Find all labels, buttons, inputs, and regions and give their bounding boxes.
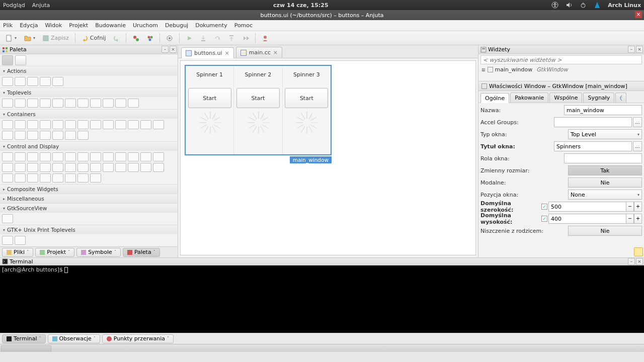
palette-widget[interactable] (65, 120, 76, 129)
prop-defw-check[interactable] (541, 204, 547, 210)
prop-type-combo[interactable]: Top Level▾ (568, 129, 642, 139)
palette-widget[interactable] (15, 77, 26, 86)
prop-defw-input[interactable] (548, 202, 626, 212)
palette-widget[interactable] (115, 120, 126, 129)
palette-widget[interactable] (15, 120, 26, 129)
palette-widget[interactable] (40, 173, 51, 183)
panel-close-icon[interactable]: × (170, 46, 177, 53)
palette-widget[interactable] (27, 77, 38, 86)
widget-page-setup[interactable] (15, 236, 26, 245)
palette-widget[interactable] (77, 99, 89, 108)
palette-widget[interactable] (15, 152, 26, 161)
prop-defh-check[interactable] (541, 216, 547, 222)
props-checkbox[interactable] (481, 83, 487, 89)
palette-widget[interactable] (128, 152, 139, 161)
tab-close-icon[interactable]: × (225, 50, 229, 56)
ptab-general[interactable]: Ogólne (480, 93, 509, 103)
palette-widget[interactable] (128, 163, 139, 172)
volume-icon[interactable] (566, 2, 573, 9)
palette-header[interactable]: Paleta –× (0, 45, 178, 54)
palette-widget[interactable] (52, 99, 63, 108)
palette-widget[interactable] (27, 163, 38, 172)
ptab-a11y[interactable] (615, 93, 626, 103)
prop-position-combo[interactable]: None▾ (568, 190, 642, 200)
menu-help[interactable]: Pomoc (234, 22, 253, 29)
prop-title-input[interactable] (554, 141, 632, 151)
design-button-2[interactable]: Start (236, 88, 280, 108)
palette-widget[interactable] (15, 131, 26, 140)
palette-widget[interactable] (128, 120, 139, 129)
window-titlebar[interactable]: buttons.ui (~/buttons/src) – buttons – A… (0, 10, 644, 20)
prop-modal-toggle[interactable]: Nie (568, 177, 642, 188)
tab-main-cc[interactable]: main.cc× (236, 47, 282, 58)
prop-accel-input[interactable] (554, 117, 632, 127)
palette-widget[interactable] (103, 120, 114, 129)
palette-widget[interactable] (2, 120, 13, 129)
terminal-header[interactable]: Terminal –× (0, 257, 644, 265)
toolbar-undo-button[interactable]: Cofnij (79, 33, 108, 44)
palette-widget[interactable] (27, 131, 38, 140)
palette-widget[interactable] (65, 173, 76, 183)
tab-close-icon[interactable]: × (273, 49, 278, 56)
ptab-common[interactable]: Wspólne (549, 93, 582, 103)
palette-widget[interactable] (65, 163, 76, 172)
palette-widget[interactable] (2, 131, 13, 140)
glade-design-area[interactable]: Spinner 1 Start Spinner 2 Start Spinner … (180, 60, 476, 255)
spin-down-button[interactable]: − (626, 202, 634, 212)
palette-widget[interactable] (52, 152, 63, 161)
design-spinner-2[interactable] (247, 111, 270, 134)
design-spinner-1[interactable] (198, 111, 221, 134)
palette-widget[interactable] (2, 163, 13, 172)
spin-down-button[interactable]: − (626, 214, 634, 224)
tab-buttons-ui[interactable]: buttons.ui× (181, 47, 234, 58)
design-label-2[interactable]: Spinner 2 (245, 66, 272, 83)
toolbar-step-out-button[interactable] (226, 33, 237, 44)
prop-destroy-toggle[interactable]: Nie (568, 226, 642, 236)
palette-widget[interactable] (90, 99, 101, 108)
a11y-icon[interactable] (551, 2, 558, 9)
design-button-3[interactable]: Start (285, 88, 328, 108)
menu-file[interactable]: Plik (3, 22, 13, 29)
palette-widget[interactable] (65, 99, 76, 108)
palette-widget[interactable] (90, 120, 101, 129)
palette-widget[interactable] (153, 120, 164, 129)
panel-min-icon[interactable]: – (628, 258, 635, 265)
menu-run[interactable]: Uruchom (133, 22, 158, 29)
prop-defh-input[interactable] (548, 214, 626, 224)
palette-widget[interactable] (27, 120, 38, 129)
toolbar-run-button[interactable] (184, 33, 195, 44)
palette-widget[interactable] (77, 152, 89, 161)
toolbar-new-button[interactable]: ▾ (3, 33, 19, 44)
btab-watches[interactable]: Obserwacje˄ (48, 334, 100, 343)
palette-widget[interactable] (77, 120, 89, 129)
toolbar-profile-button[interactable] (260, 33, 271, 44)
menu-debug[interactable]: Debuguj (165, 22, 188, 29)
prop-resizable-toggle[interactable]: Tak (568, 165, 642, 175)
toolbar-redo-button[interactable] (111, 33, 122, 44)
palette-widget[interactable] (27, 173, 38, 183)
palette-widget[interactable] (2, 77, 13, 86)
palette-widget[interactable] (52, 163, 63, 172)
palette-widget[interactable] (153, 152, 164, 161)
palette-widget[interactable] (27, 99, 38, 108)
palette-widget[interactable] (140, 152, 151, 161)
palette-widget[interactable] (115, 99, 126, 108)
prop-role-input[interactable] (564, 153, 642, 163)
prop-accel-edit-button[interactable]: … (633, 117, 642, 127)
palette-widget[interactable] (40, 77, 51, 86)
palette-widget[interactable] (115, 152, 126, 161)
widget-tree-row[interactable]: ⊞ main_windowGtkWindow (478, 65, 644, 74)
toolbar-save-button[interactable]: Zapisz (40, 33, 71, 44)
btab-breakpoints[interactable]: Punkty przerwania˄ (102, 334, 174, 343)
design-spinner-3[interactable] (295, 111, 318, 134)
toolbar-continue-button[interactable] (240, 33, 251, 44)
spin-up-button[interactable]: + (634, 214, 642, 224)
panel-close-icon[interactable]: × (636, 258, 643, 265)
palette-widget[interactable] (2, 173, 13, 183)
palette-widget[interactable] (40, 99, 51, 108)
panel-item-anjuta[interactable]: Anjuta (32, 2, 50, 9)
panel-clock[interactable]: czw 14 cze, 15:25 (50, 2, 551, 9)
spin-up-button[interactable]: + (634, 202, 642, 212)
ptab-packing[interactable]: Pakowanie (510, 93, 548, 103)
palette-widget[interactable] (15, 173, 26, 183)
